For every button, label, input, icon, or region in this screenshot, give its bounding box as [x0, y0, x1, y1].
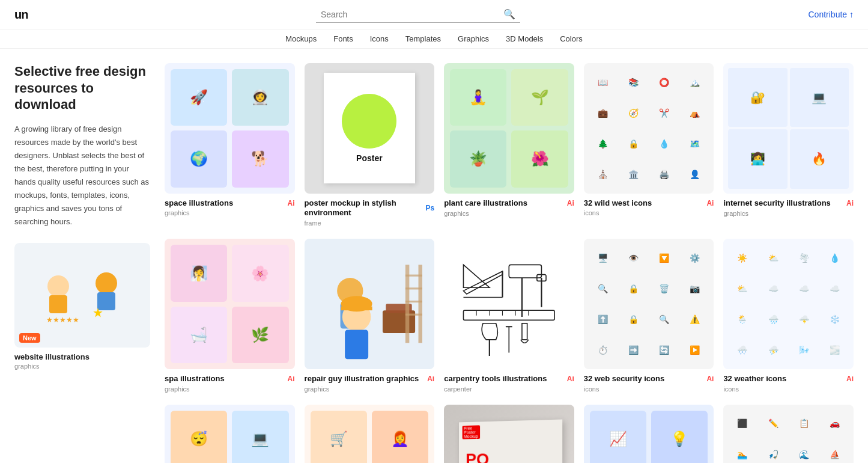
card-type-weather: icons [723, 385, 854, 393]
nav-templates[interactable]: Templates [405, 34, 441, 43]
resource-grid: 🚀 👩‍🚀 🌍 🐕 space illustrations Ai graphic… [165, 63, 854, 463]
contribute-button[interactable]: Contribute ↑ [809, 10, 854, 19]
svg-point-0 [47, 275, 69, 297]
ai-badge-carpentry: Ai [567, 375, 574, 383]
card-title-repair: repair guy illustration graphics [305, 374, 419, 384]
svg-text:★★★★★: ★★★★★ [46, 316, 79, 324]
card-repair-guy[interactable]: repair guy illustration graphics Ai grap… [305, 239, 435, 393]
card-title-wildwest: 32 wild west icons [584, 198, 652, 209]
nav-3dmodels[interactable]: 3D Models [506, 34, 543, 43]
svg-rect-3 [97, 292, 115, 310]
card-curved-poster[interactable]: PO GLIMPSEINTO THEFUTURE FreePosterMocku… [444, 405, 574, 463]
card-weather-icons[interactable]: ☀️ ⛅ 🌪️ 💧 ⛅ ☁️ ☁️ ☁️ 🌦️ 🌧️ 🌩️ ❄️ 🌨️ ⛈️ 🌬… [723, 239, 854, 393]
card-poster-mockup[interactable]: Poster poster mockup in stylish environm… [305, 63, 435, 227]
ai-badge-weather: Ai [846, 375, 854, 383]
card-title-websec: 32 web security icons [584, 374, 664, 384]
card-title-space: space illustrations [165, 198, 233, 209]
sidebar-card-title: website illustrations [14, 352, 150, 361]
card-type-poster: frame [305, 219, 435, 227]
svg-rect-12 [405, 275, 422, 277]
card-title-spa: spa illustrations [165, 374, 225, 384]
header: un 🔍 Contribute ↑ [0, 0, 868, 29]
nav-fonts[interactable]: Fonts [333, 34, 353, 43]
sidebar: Selective free design resources to downl… [14, 63, 165, 463]
card-type-isec: graphics [723, 210, 854, 217]
sidebar-featured-card[interactable]: ★★★★★ New [14, 243, 150, 348]
svg-rect-24 [464, 311, 555, 320]
card-title-weather: 32 weather icons [723, 374, 786, 384]
card-web-security[interactable]: 🖥️ 👁️ 🔽 ⚙️ 🔍 🔒 🗑️ 📷 ⬆️ 🔒 🔍 ⚠️ ⏱️ ➡️ 🔄 ▶️ [584, 239, 714, 393]
ai-badge-wildwest: Ai [706, 199, 714, 207]
card-marketing[interactable]: 📈 💡 👥 🎯 marketing illustrations Ai graph… [584, 405, 714, 463]
sidebar-description: A growing library of free design resourc… [14, 123, 150, 229]
card-type-carpentry: carpenter [444, 385, 574, 393]
card-type-plant: graphics [444, 210, 574, 217]
card-type-wildwest: icons [584, 209, 714, 216]
search-input[interactable] [321, 10, 499, 19]
sidebar-card-type: graphics [14, 363, 150, 370]
nav-graphics[interactable]: Graphics [458, 34, 489, 43]
card-space-illustrations[interactable]: 🚀 👩‍🚀 🌍 🐕 space illustrations Ai graphic… [165, 63, 295, 227]
svg-rect-35 [522, 323, 527, 340]
sidebar-title: Selective free design resources to downl… [14, 63, 150, 113]
nav-mockups[interactable]: Mockups [285, 34, 317, 43]
svg-rect-11 [418, 265, 422, 343]
svg-rect-14 [405, 301, 422, 302]
ai-badge-websec: Ai [706, 375, 714, 383]
ai-badge-space: Ai [288, 199, 295, 207]
website-illus-svg: ★★★★★ [22, 250, 142, 340]
card-spa[interactable]: 🧖‍♀️ 🌸 🛁 🌿 spa illustrations Ai graphics [165, 239, 295, 393]
svg-rect-1 [49, 295, 67, 313]
ai-badge-plant: Ai [567, 199, 574, 207]
svg-rect-13 [405, 288, 422, 290]
search-wrap: 🔍 [316, 6, 520, 23]
svg-rect-19 [341, 307, 372, 310]
card-title-carpentry: carpentry tools illustrations [444, 374, 547, 384]
nav-icons[interactable]: Icons [370, 34, 389, 43]
card-shopping[interactable]: 🛒 👩‍🦰 📱 🛍️ shopping illustrations Ai gra… [305, 405, 435, 463]
card-type-space: graphics [165, 209, 295, 216]
new-badge: New [19, 333, 40, 343]
card-internet-security[interactable]: 🔐 💻 👩‍💻 🔥 internet security illustration… [723, 63, 854, 227]
nav-colors[interactable]: Colors [560, 34, 583, 43]
card-type-repair: graphics [305, 385, 435, 393]
logo[interactable]: un [14, 8, 28, 22]
ai-badge-isec: Ai [846, 199, 854, 207]
carpentry-svg [444, 239, 574, 369]
ai-badge-repair: Ai [427, 375, 434, 383]
card-carpentry[interactable]: carpentry tools illustrations Ai carpent… [444, 239, 574, 393]
svg-rect-10 [405, 265, 408, 343]
ps-badge-poster: Ps [426, 204, 435, 212]
main-nav: Mockups Fonts Icons Templates Graphics 3… [0, 29, 868, 49]
card-wildwest-icons[interactable]: 📖 📚 ⭕ 🏔️ 💼 🧭 ✂️ ⛺ 🌲 🔒 💧 🗺️ ⛪ 🏛️ 🖨️ 👤 [584, 63, 714, 227]
svg-point-2 [96, 272, 117, 294]
repair-svg [305, 239, 435, 369]
card-website-illus[interactable]: 😴 💻 🧑‍💻 📊 New website illustrations Ai g… [165, 405, 295, 463]
card-title-isec: internet security illustrations [723, 198, 830, 209]
ai-badge-spa: Ai [288, 375, 295, 383]
card-title-poster: poster mockup in stylish environment [305, 198, 426, 219]
main-content: Selective free design resources to downl… [0, 49, 868, 463]
svg-rect-15 [405, 314, 422, 316]
card-type-websec: icons [584, 385, 714, 393]
card-plant-care[interactable]: 🧘‍♀️ 🌱 🪴 🌺 plant care illustrations Ai g… [444, 63, 574, 227]
card-web-button[interactable]: ⬛ ✏️ 📋 🚗 🏊 🎣 🌊 ⛵ 🚤 🥊 🎿 🛸 🦺 🥽 🏄 🎯 [723, 405, 854, 463]
search-icon: 🔍 [503, 8, 515, 20]
card-type-spa: graphics [165, 385, 295, 393]
card-title-plant: plant care illustrations [444, 198, 527, 209]
svg-rect-17 [345, 330, 368, 360]
